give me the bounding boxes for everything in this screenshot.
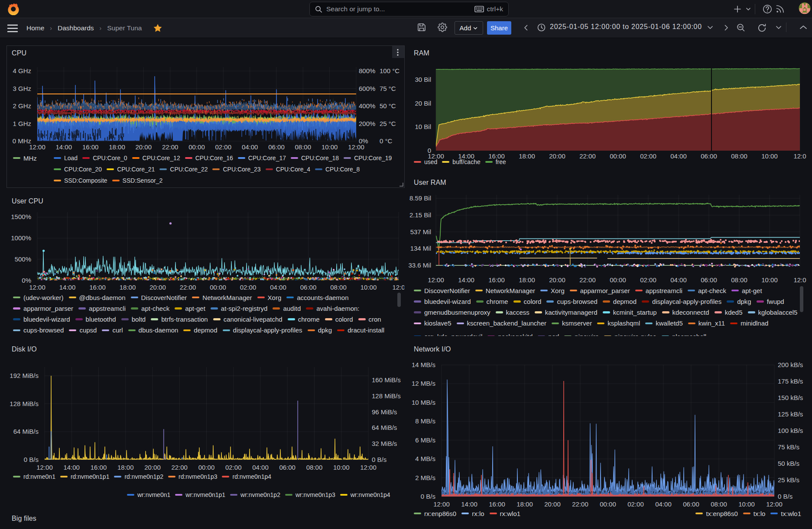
svg-text:18:00: 18:00 <box>109 143 125 151</box>
svg-text:16:00: 16:00 <box>91 464 107 471</box>
svg-text:20:00: 20:00 <box>549 152 565 160</box>
svg-text:20:00: 20:00 <box>549 276 565 284</box>
svg-text:33.6 Mil: 33.6 Mil <box>408 261 431 269</box>
svg-text:100 kB/s: 100 kB/s <box>778 427 803 434</box>
svg-text:20:00: 20:00 <box>544 500 561 508</box>
svg-text:400%: 400% <box>359 102 375 110</box>
svg-text:00:00: 00:00 <box>210 284 226 291</box>
svg-text:16:00: 16:00 <box>82 143 99 151</box>
svg-text:8 MB/s: 8 MB/s <box>415 417 435 425</box>
svg-text:16:00: 16:00 <box>489 500 505 508</box>
svg-text:25 °C: 25 °C <box>380 120 396 127</box>
svg-text:150 kB/s: 150 kB/s <box>778 394 803 401</box>
svg-text:10:00: 10:00 <box>761 276 778 284</box>
svg-text:00:00: 00:00 <box>610 152 626 160</box>
svg-text:02:00: 02:00 <box>215 143 232 151</box>
svg-text:12:00: 12:00 <box>766 500 783 508</box>
svg-text:14:00: 14:00 <box>461 500 477 508</box>
svg-text:00:00: 00:00 <box>600 500 616 508</box>
svg-text:02:00: 02:00 <box>240 284 257 291</box>
svg-text:18:00: 18:00 <box>117 464 134 471</box>
svg-text:75 °C: 75 °C <box>380 85 396 92</box>
svg-text:2 MB/s: 2 MB/s <box>415 474 435 481</box>
svg-text:20:00: 20:00 <box>136 143 152 151</box>
svg-text:04:00: 04:00 <box>252 464 269 471</box>
svg-text:08:00: 08:00 <box>731 276 747 284</box>
svg-text:0 °C: 0 °C <box>380 137 393 145</box>
svg-text:64 MiB/s: 64 MiB/s <box>13 428 39 435</box>
svg-text:18:00: 18:00 <box>516 500 533 508</box>
svg-text:100 °C: 100 °C <box>380 67 400 74</box>
svg-text:04:00: 04:00 <box>670 152 687 160</box>
svg-text:2.15 Bil: 2.15 Bil <box>409 211 431 219</box>
svg-text:08:00: 08:00 <box>330 284 347 291</box>
svg-text:0 MHz: 0 MHz <box>13 137 31 145</box>
svg-text:08:00: 08:00 <box>711 500 727 508</box>
svg-text:30 Bil: 30 Bil <box>415 76 431 83</box>
svg-text:22:00: 22:00 <box>579 152 596 160</box>
svg-text:22:00: 22:00 <box>180 284 196 291</box>
svg-text:800%: 800% <box>359 67 375 74</box>
svg-text:3 GHz: 3 GHz <box>13 85 31 92</box>
svg-text:16:00: 16:00 <box>89 284 106 291</box>
svg-text:128 MiB/s: 128 MiB/s <box>372 392 401 400</box>
svg-text:04:00: 04:00 <box>670 276 687 284</box>
svg-text:32 MiB/s: 32 MiB/s <box>372 440 397 447</box>
svg-text:16:00: 16:00 <box>488 276 505 284</box>
svg-text:500%: 500% <box>15 255 31 263</box>
svg-text:18:00: 18:00 <box>519 276 535 284</box>
svg-text:14 MB/s: 14 MB/s <box>412 361 435 368</box>
svg-text:08:00: 08:00 <box>306 464 323 471</box>
svg-text:12 MB/s: 12 MB/s <box>412 380 435 387</box>
svg-text:200%: 200% <box>359 120 375 127</box>
svg-text:10 Bil: 10 Bil <box>415 123 431 130</box>
svg-text:1500%: 1500% <box>11 213 31 220</box>
svg-text:0%: 0% <box>22 277 31 284</box>
svg-text:10 MB/s: 10 MB/s <box>412 399 435 406</box>
svg-text:20 Bil: 20 Bil <box>415 100 431 107</box>
svg-text:75 kB/s: 75 kB/s <box>778 443 799 451</box>
svg-text:08:00: 08:00 <box>295 143 312 151</box>
svg-text:02:00: 02:00 <box>640 152 656 160</box>
svg-text:00:00: 00:00 <box>188 143 205 151</box>
svg-text:02:00: 02:00 <box>627 500 644 508</box>
svg-text:00:00: 00:00 <box>198 464 215 471</box>
svg-text:10:00: 10:00 <box>738 500 755 508</box>
svg-text:22:00: 22:00 <box>171 464 188 471</box>
svg-text:0 B/s: 0 B/s <box>421 493 435 500</box>
svg-text:128 MiB/s: 128 MiB/s <box>10 400 39 407</box>
svg-text:14:00: 14:00 <box>56 143 72 151</box>
svg-text:10:00: 10:00 <box>322 143 338 151</box>
svg-text:22:00: 22:00 <box>162 143 179 151</box>
svg-text:14:00: 14:00 <box>458 276 474 284</box>
svg-text:10:00: 10:00 <box>761 152 778 160</box>
svg-text:175 kB/s: 175 kB/s <box>778 377 803 385</box>
svg-text:12:00: 12:00 <box>428 276 444 284</box>
svg-text:06:00: 06:00 <box>279 464 296 471</box>
svg-text:12:0: 12:0 <box>793 152 806 160</box>
svg-text:10:00: 10:00 <box>333 464 350 471</box>
svg-text:125 kB/s: 125 kB/s <box>778 410 803 418</box>
svg-text:02:00: 02:00 <box>225 464 242 471</box>
svg-text:06:00: 06:00 <box>268 143 285 151</box>
svg-text:14:00: 14:00 <box>63 464 80 471</box>
svg-text:04:00: 04:00 <box>655 500 672 508</box>
svg-text:1 GHz: 1 GHz <box>13 120 31 127</box>
svg-text:25 kB/s: 25 kB/s <box>778 476 799 484</box>
svg-text:537 Mil: 537 Mil <box>410 228 431 235</box>
svg-text:08:00: 08:00 <box>731 152 747 160</box>
svg-text:10:00: 10:00 <box>361 284 377 291</box>
svg-text:06:00: 06:00 <box>683 500 699 508</box>
svg-text:22:00: 22:00 <box>579 276 596 284</box>
svg-text:12:00: 12:00 <box>360 464 377 471</box>
svg-text:06:00: 06:00 <box>701 152 717 160</box>
svg-text:8.59 Bil: 8.59 Bil <box>409 194 431 202</box>
svg-text:12:00: 12:00 <box>433 500 450 508</box>
svg-text:12:00: 12:00 <box>36 464 53 471</box>
svg-text:18:00: 18:00 <box>120 284 136 291</box>
svg-text:20:00: 20:00 <box>144 464 161 471</box>
svg-text:06:00: 06:00 <box>701 276 717 284</box>
svg-text:20:00: 20:00 <box>149 284 166 291</box>
svg-text:160 MiB/s: 160 MiB/s <box>372 376 401 384</box>
svg-text:12:00: 12:00 <box>29 284 45 291</box>
